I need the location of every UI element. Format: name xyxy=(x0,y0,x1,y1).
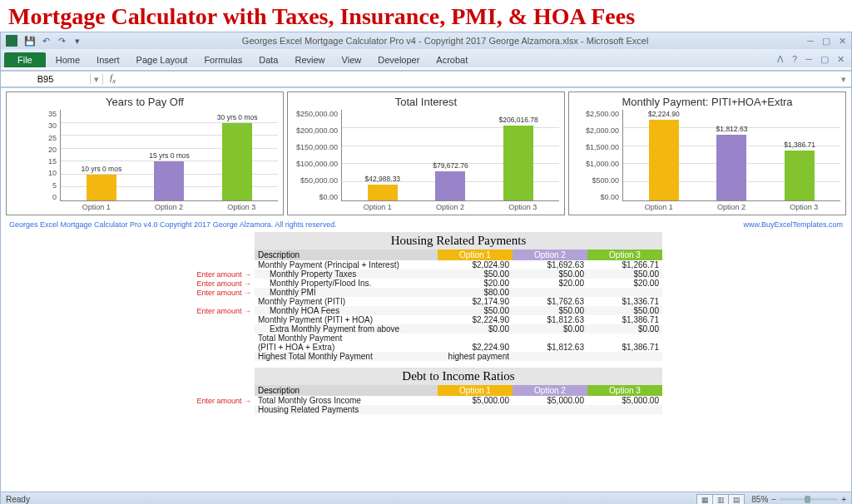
chart-2[interactable]: Monthly Payment: PITI+HOA+Extra$2,500.00… xyxy=(568,91,846,215)
cell-value[interactable] xyxy=(438,405,513,414)
tab-data[interactable]: Data xyxy=(250,52,286,67)
x-tick: Option 1 xyxy=(364,203,392,211)
tab-acrobat[interactable]: Acrobat xyxy=(428,52,476,67)
qat-dropdown-icon[interactable]: ▾ xyxy=(72,35,83,47)
help-icon[interactable]: ? xyxy=(792,54,797,65)
minimize-icon[interactable]: ─ xyxy=(807,36,814,47)
bar-option-1[interactable]: 10 yrs 0 mos xyxy=(87,175,116,200)
cell-value[interactable]: $2,224.90 xyxy=(438,343,513,352)
y-tick: $150,000.00 xyxy=(296,143,338,151)
view-page-layout-icon[interactable]: ▥ xyxy=(712,494,729,505)
bar-option-3[interactable]: 30 yrs 0 mos xyxy=(222,123,252,200)
cell-value[interactable]: $2,174.90 xyxy=(438,297,513,306)
close-icon[interactable]: ✕ xyxy=(839,36,846,47)
tab-insert[interactable]: Insert xyxy=(88,52,128,67)
save-icon[interactable]: 💾 xyxy=(24,35,36,47)
cell-value[interactable]: $0.00 xyxy=(438,324,513,334)
tab-developer[interactable]: Developer xyxy=(369,52,428,67)
cell-value[interactable]: $1,336.71 xyxy=(587,297,662,306)
bar-option-3[interactable]: $1,386.71 xyxy=(785,151,815,200)
name-box-dropdown-icon[interactable]: ▾ xyxy=(91,74,103,85)
cell-value[interactable] xyxy=(513,288,587,297)
table-title: Housing Related Payments xyxy=(255,232,662,250)
cell-value[interactable]: $50.00 xyxy=(513,306,587,315)
cell-value[interactable]: $0.00 xyxy=(587,324,662,334)
cell-value[interactable]: $1,266.71 xyxy=(587,260,662,269)
bar-label: $1,386.71 xyxy=(784,141,815,149)
undo-icon[interactable]: ↶ xyxy=(40,35,52,47)
tab-review[interactable]: Review xyxy=(286,52,333,67)
bar-option-2[interactable]: 15 yrs 0 mos xyxy=(154,161,184,200)
row-label: Monthly HOA Fees xyxy=(255,306,438,315)
excel-window: 💾 ↶ ↷ ▾ Georges Excel Mortgage Calculato… xyxy=(0,32,852,504)
cell-value[interactable]: $1,812.63 xyxy=(513,343,587,352)
row-label: Monthly Property/Flood Ins. xyxy=(255,279,438,288)
cell-value[interactable] xyxy=(587,352,662,361)
cell-value[interactable] xyxy=(513,352,587,361)
formula-bar-expand-icon[interactable]: ▾ xyxy=(841,74,846,85)
cell-value[interactable]: $20.00 xyxy=(513,279,587,288)
cell-value[interactable]: $2,224.90 xyxy=(438,315,513,324)
bar-option-3[interactable]: $206,016.78 xyxy=(503,126,533,200)
y-tick: 20 xyxy=(48,146,57,154)
bar-label: $2,224.90 xyxy=(648,110,680,118)
enter-amount-hint: Enter amount → xyxy=(190,279,255,288)
bar-option-2[interactable]: $79,672.76 xyxy=(435,171,465,200)
row-label: Total Monthly Payment xyxy=(255,334,438,343)
tab-page-layout[interactable]: Page Layout xyxy=(128,52,196,67)
worksheet-area[interactable]: Years to Pay Off3530252015105010 yrs 0 m… xyxy=(1,87,851,492)
tab-home[interactable]: Home xyxy=(47,52,88,67)
cell-value[interactable]: $50.00 xyxy=(438,269,513,279)
zoom-slider[interactable] xyxy=(780,498,838,501)
doc-minimize-icon[interactable]: ─ xyxy=(805,54,812,65)
x-tick: Option 1 xyxy=(645,203,673,211)
fx-icon[interactable]: fx xyxy=(103,72,122,85)
cell-value[interactable]: $50.00 xyxy=(438,306,513,315)
view-normal-icon[interactable]: ▦ xyxy=(696,494,713,505)
tab-view[interactable]: View xyxy=(334,52,370,67)
view-page-break-icon[interactable]: ▤ xyxy=(728,494,745,505)
cell-value[interactable] xyxy=(587,405,662,414)
x-tick: Option 2 xyxy=(155,203,183,211)
row-label: Monthly Property Taxes xyxy=(255,269,438,279)
maximize-icon[interactable]: ▢ xyxy=(822,36,830,47)
doc-restore-icon[interactable]: ▢ xyxy=(820,54,829,65)
zoom-out-icon[interactable]: − xyxy=(771,495,776,504)
tab-file[interactable]: File xyxy=(4,52,46,67)
cell-value[interactable]: highest payment xyxy=(438,352,513,361)
cell-value[interactable]: $0.00 xyxy=(513,324,587,334)
cell-value[interactable]: $2,024.90 xyxy=(438,260,513,269)
titlebar: 💾 ↶ ↷ ▾ Georges Excel Mortgage Calculato… xyxy=(1,32,851,49)
cell-value[interactable] xyxy=(587,288,662,297)
cell-value[interactable]: $50.00 xyxy=(587,306,662,315)
bar-option-1[interactable]: $42,988.33 xyxy=(368,185,398,200)
cell-value[interactable]: $20.00 xyxy=(438,279,513,288)
cell-value[interactable]: $50.00 xyxy=(513,269,587,279)
cell-value[interactable]: $5,000.00 xyxy=(587,396,662,405)
credit-right[interactable]: www.BuyExcelTemplates.com xyxy=(743,220,843,229)
redo-icon[interactable]: ↷ xyxy=(56,35,67,47)
y-tick: $0.00 xyxy=(600,193,619,201)
chart-1[interactable]: Total Interest$250,000.00$200,000.00$150… xyxy=(287,91,565,215)
cell-value[interactable]: $1,812.63 xyxy=(513,315,587,324)
bar-option-2[interactable]: $1,812.63 xyxy=(716,135,746,200)
tab-formulas[interactable]: Formulas xyxy=(196,52,250,67)
cell-value[interactable]: $1,386.71 xyxy=(587,343,662,352)
y-tick: 10 xyxy=(48,169,57,177)
cell-value[interactable]: $1,762.63 xyxy=(513,297,587,306)
cell-value[interactable]: $20.00 xyxy=(587,279,662,288)
name-box[interactable]: B95 xyxy=(1,74,91,84)
zoom-in-icon[interactable]: + xyxy=(841,495,846,504)
cell-value[interactable]: $5,000.00 xyxy=(513,396,587,405)
cell-value[interactable]: $1,386.71 xyxy=(587,315,662,324)
cell-value[interactable]: $5,000.00 xyxy=(438,396,513,405)
doc-close-icon[interactable]: ✕ xyxy=(837,54,845,65)
bar-option-1[interactable]: $2,224.90 xyxy=(649,120,679,200)
cell-value[interactable] xyxy=(513,405,587,414)
y-tick: 30 xyxy=(48,121,57,130)
chart-0[interactable]: Years to Pay Off3530252015105010 yrs 0 m… xyxy=(6,91,284,215)
cell-value[interactable]: $80.00 xyxy=(438,288,513,297)
cell-value[interactable]: $1,692.63 xyxy=(513,260,587,269)
ribbon-collapse-icon[interactable]: ᐱ xyxy=(777,54,784,65)
cell-value[interactable]: $50.00 xyxy=(587,269,662,279)
